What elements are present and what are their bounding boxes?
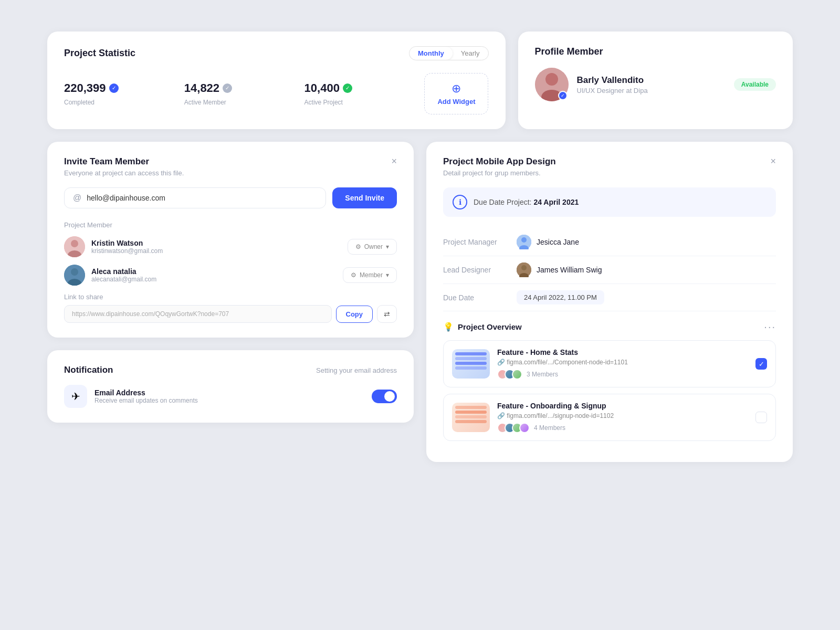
invite-close-button[interactable]: × [391, 156, 397, 166]
due-date-text: Due Date Project: 24 April 2021 [474, 198, 579, 206]
role-label-1: Owner [364, 243, 383, 250]
project-icon: ✓ [343, 83, 352, 93]
copy-button[interactable]: Copy [336, 306, 373, 323]
project-close-button[interactable]: × [770, 156, 776, 166]
due-date-field-value: 24 April 2022, 11.00 PM [517, 290, 604, 304]
member-info-1: Kristin Watson kristinwatson@gmail.com [91, 239, 341, 255]
monthly-toggle-btn[interactable]: Monthly [410, 47, 453, 60]
avatar-wrap: ✓ [535, 68, 569, 101]
link-share-label: Link to share [64, 293, 397, 301]
lead-designer-value: James William Swig [517, 262, 602, 277]
member-email-1: kristinwatson@gmail.com [91, 247, 341, 255]
svg-point-1 [545, 73, 558, 86]
feature-members-2: 4 Members [497, 423, 748, 433]
project-manager-value: Jesicca Jane [517, 235, 579, 249]
stat-project-label: Active Project [304, 99, 343, 106]
svg-point-4 [71, 240, 78, 247]
lead-designer-label: Lead Designer [443, 266, 517, 274]
due-date-value: 24 April 2021 [533, 198, 579, 206]
notification-setting-label: Setting your email address [316, 366, 397, 374]
member-avatar-1 [64, 236, 85, 257]
profile-name: Barly Vallendito [577, 75, 726, 86]
member-row: Kristin Watson kristinwatson@gmail.com ⚙… [64, 236, 397, 257]
verified-badge-icon: ✓ [558, 91, 568, 100]
stat-completed: 220,399 ✓ Completed [64, 81, 184, 107]
period-toggle[interactable]: Monthly Yearly [409, 46, 488, 60]
add-widget-icon: ⊕ [452, 82, 461, 96]
link-icon-2: 🔗 [497, 412, 505, 419]
member-email-2: alecanatali@gmail.com [91, 276, 337, 283]
stat-completed-label: Completed [64, 99, 94, 106]
project-detail-title: Project Mobile App Design [443, 156, 556, 167]
send-invite-button[interactable]: Send Invite [332, 187, 397, 208]
manager-avatar [517, 235, 531, 249]
yearly-toggle-btn[interactable]: Yearly [453, 47, 488, 60]
link-settings-button[interactable]: ⇄ [377, 305, 397, 323]
svg-point-13 [521, 265, 527, 270]
invite-subtitle: Everyone at project can access this file… [64, 169, 397, 177]
email-toggle-switch[interactable] [372, 390, 397, 403]
gear-icon-2: ⚙ [351, 271, 356, 279]
feature-link-2: 🔗 figma.com/file/.../signup-node-id=1102 [497, 412, 748, 419]
project-detail-card: Project Mobile App Design × Detail proje… [426, 142, 793, 462]
svg-point-10 [521, 237, 527, 243]
feature-members-count-2: 4 Members [534, 424, 565, 432]
member-name-1: Kristin Watson [91, 239, 341, 247]
designer-avatar [517, 262, 531, 277]
svg-point-7 [71, 268, 78, 276]
feature-members-count-1: 3 Members [527, 371, 558, 378]
member-name-2: Aleca natalia [91, 267, 337, 276]
stat-active-project: 10,400 ✓ Active Project [304, 81, 425, 107]
project-statistic-card: Project Statistic Monthly Yearly 220,399… [47, 32, 506, 129]
email-notification-icon: ✈ [64, 385, 87, 408]
notification-desc: Receive email updates on comments [94, 397, 364, 404]
feature-info-2: Feature - Onboarding & Signup 🔗 figma.co… [497, 402, 748, 433]
due-date-label: Due Date Project: [474, 198, 532, 206]
notification-row: ✈ Email Address Receive email updates on… [64, 385, 397, 408]
email-icon: @ [73, 193, 81, 203]
due-date-field-label: Due Date [443, 293, 517, 302]
designer-name: James William Swig [537, 266, 602, 274]
email-input[interactable] [87, 194, 317, 202]
member-avatar-2 [64, 265, 85, 286]
feature-name-1: Feature - Home & Stats [497, 348, 748, 356]
notification-card: Notification Setting your email address … [47, 350, 414, 423]
feature-checkbox-1[interactable]: ✓ [755, 358, 767, 370]
member-row-2: Aleca natalia alecanatali@gmail.com ⚙ Me… [64, 265, 397, 286]
notification-name: Email Address [94, 388, 364, 397]
role-label-2: Member [360, 271, 383, 279]
profile-info: Barly Vallendito UI/UX Designer at Dipa [577, 75, 726, 94]
notification-info: Email Address Receive email updates on c… [94, 388, 364, 404]
stat-card-title: Project Statistic [64, 48, 135, 59]
add-widget-label: Add Widget [437, 98, 475, 106]
member-info-2: Aleca natalia alecanatali@gmail.com [91, 267, 337, 283]
profile-role: UI/UX Designer at Dipa [577, 87, 726, 94]
due-date-banner: ℹ Due Date Project: 24 April 2021 [443, 187, 776, 217]
project-member-label: Project Member [64, 221, 397, 229]
lead-designer-row: Lead Designer James William Swig [443, 256, 776, 284]
member-role-select-2[interactable]: ⚙ Member ▾ [343, 267, 397, 283]
project-manager-row: Project Manager Jesicca Jane [443, 228, 776, 256]
stat-active-member: 14,822 ✓ Active Member [184, 81, 304, 107]
stat-member-value: 14,822 [184, 81, 219, 95]
overview-more-button[interactable]: ··· [764, 321, 776, 333]
feature-thumb-1 [452, 349, 490, 379]
feature-members-1: 3 Members [497, 369, 748, 380]
add-widget-button[interactable]: ⊕ Add Widget [424, 73, 488, 114]
manager-name: Jesicca Jane [537, 238, 579, 246]
member-role-select-1[interactable]: ⚙ Owner ▾ [348, 239, 397, 255]
due-date-pill: 24 April 2022, 11.00 PM [517, 290, 604, 304]
overview-bulb-icon: 💡 [443, 322, 454, 332]
chevron-down-icon-2: ▾ [386, 271, 389, 279]
stat-project-value: 10,400 [304, 81, 340, 95]
feature-checkbox-2[interactable] [755, 412, 767, 423]
link-input: https://www.dipainhouse.com/QOqywGortwK?… [64, 305, 332, 323]
stack-avatar-2-4 [519, 423, 530, 433]
feature-link-1: 🔗 figma.com/file/.../Component-node-id=1… [497, 359, 748, 366]
stat-completed-value: 220,399 [64, 81, 106, 95]
feature-card-2: Feature - Onboarding & Signup 🔗 figma.co… [443, 394, 776, 441]
member-stack-2 [497, 423, 527, 433]
feature-info-1: Feature - Home & Stats 🔗 figma.com/file/… [497, 348, 748, 380]
info-icon: ℹ [453, 195, 467, 209]
notification-title: Notification [64, 365, 113, 375]
